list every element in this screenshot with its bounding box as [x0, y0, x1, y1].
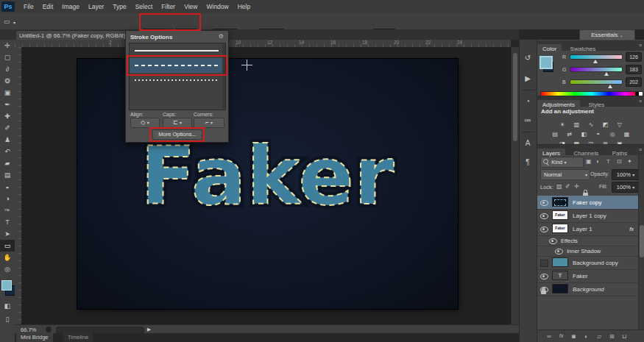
filter-pixel-layers-icon[interactable]: ▣: [586, 159, 592, 165]
history-panel-icon[interactable]: ↺: [520, 51, 536, 65]
lock-transparency-icon[interactable]: ▨: [556, 184, 562, 190]
visibility-eye-icon[interactable]: [540, 213, 548, 219]
layers-scrollbar-thumb[interactable]: [640, 225, 644, 257]
visibility-eye-icon[interactable]: [549, 238, 557, 244]
eyedropper-tool[interactable]: ✒: [0, 99, 15, 110]
layer-row-layer1-copy[interactable]: Faker Layer 1 copy: [537, 209, 638, 223]
new-layer-icon[interactable]: ⊞: [609, 334, 615, 340]
visibility-eye-icon[interactable]: [540, 227, 548, 232]
panel-menu-icon[interactable]: ≡: [639, 147, 642, 152]
corners-dropdown[interactable]: ⌐ ▾: [194, 118, 224, 128]
layer-row-background-copy[interactable]: Background copy: [537, 256, 638, 270]
blend-mode-dropdown[interactable]: Normal ▾: [540, 169, 590, 180]
shape-tool[interactable]: ▭: [0, 240, 15, 252]
menu-layer[interactable]: Layer: [84, 0, 108, 13]
channel-g-thumb[interactable]: [604, 72, 609, 76]
new-adjustment-layer-icon[interactable]: ◐: [584, 334, 588, 340]
layer-row-faker-text[interactable]: T Faker: [537, 269, 638, 283]
channel-b-thumb[interactable]: [608, 85, 612, 88]
tool-preset-icon[interactable]: ▭: [4, 18, 10, 25]
channel-r-slider[interactable]: [570, 54, 623, 60]
lasso-tool[interactable]: ∂: [0, 63, 15, 75]
filter-smart-objects-icon[interactable]: ✦: [627, 159, 632, 165]
tab-swatches[interactable]: Swatches: [565, 44, 601, 54]
brush-tool[interactable]: ✐: [0, 122, 15, 134]
type-layer-thumbnail[interactable]: T: [552, 271, 568, 280]
character-panel-icon[interactable]: A: [520, 137, 536, 150]
zoom-tool[interactable]: ◎: [0, 263, 15, 275]
layers-scrollbar[interactable]: [638, 154, 644, 329]
stroke-style-dashed-selected[interactable]: [130, 58, 224, 73]
menu-type[interactable]: Type: [108, 0, 130, 13]
channel-r-thumb[interactable]: [593, 60, 598, 63]
layer-row-layer1[interactable]: Faker Layer 1 fx: [537, 222, 638, 236]
lock-pixels-icon[interactable]: ✐: [565, 184, 570, 190]
menu-window[interactable]: Window: [202, 0, 233, 13]
layer-thumbnail[interactable]: [552, 284, 568, 293]
pen-tool[interactable]: ✑: [0, 204, 15, 216]
tool-preset-caret-icon[interactable]: ▾: [13, 21, 15, 25]
clone-stamp-tool[interactable]: ♟: [0, 134, 15, 146]
gradient-tool[interactable]: ▤: [0, 169, 15, 181]
healing-brush-tool[interactable]: ✚: [0, 110, 15, 122]
tab-color[interactable]: Color: [537, 44, 562, 54]
history-brush-tool[interactable]: ↶: [0, 146, 15, 157]
channel-r-value[interactable]: 126: [626, 52, 642, 62]
menu-filter[interactable]: Filter: [157, 0, 180, 13]
timeline-panel-icon[interactable]: ◔: [520, 95, 536, 108]
layer-thumbnail[interactable]: [552, 197, 568, 207]
paragraph-panel-icon[interactable]: ¶: [520, 156, 536, 169]
document-tab[interactable]: Untitled-1 @ 66.7% (Faker copy, RGB/8) ×: [15, 30, 136, 40]
tab-timeline[interactable]: Timeline: [63, 333, 93, 342]
canvas-vertical-scrollbar[interactable]: [511, 47, 519, 324]
zoom-level[interactable]: 66.7%: [21, 327, 36, 333]
menu-edit[interactable]: Edit: [38, 0, 58, 13]
more-options-button[interactable]: More Options...: [152, 129, 202, 140]
eraser-tool[interactable]: ▰: [0, 157, 15, 169]
hand-tool[interactable]: ✋: [0, 252, 15, 263]
caps-dropdown[interactable]: ⊏ ▾: [163, 118, 192, 128]
delete-layer-icon[interactable]: ⊔: [622, 334, 626, 340]
visibility-eye-empty[interactable]: [540, 260, 548, 267]
dodge-tool[interactable]: ◑: [0, 193, 15, 204]
menu-select[interactable]: Select: [131, 0, 158, 13]
filter-adjustment-layers-icon[interactable]: ◐: [596, 159, 600, 165]
marquee-tool[interactable]: ▢: [0, 51, 15, 63]
blur-tool[interactable]: ◒: [0, 181, 15, 193]
foreground-color-swatch[interactable]: [1, 280, 12, 291]
menu-help[interactable]: Help: [233, 0, 255, 13]
actions-panel-icon[interactable]: ▶: [520, 72, 536, 85]
new-group-icon[interactable]: ▱: [597, 334, 601, 340]
channel-b-value[interactable]: 202: [626, 77, 642, 87]
layer-thumbnail[interactable]: Faker: [552, 224, 568, 233]
fill-input[interactable]: 100% ▾: [612, 182, 640, 193]
channel-g-slider[interactable]: [570, 67, 623, 72]
visibility-eye-icon[interactable]: [555, 249, 563, 254]
crop-tool[interactable]: ▣: [0, 87, 15, 99]
screen-mode-icon[interactable]: ▯: [0, 313, 15, 325]
panel-menu-icon[interactable]: ≡: [639, 99, 642, 104]
stroke-style-dotted[interactable]: [130, 73, 224, 88]
popup-gear-icon[interactable]: ⚙: [219, 34, 224, 40]
layer-row-faker-copy[interactable]: Faker copy: [537, 196, 638, 210]
status-arrow-icon[interactable]: ▶: [147, 327, 151, 332]
layer-style-fx-icon[interactable]: fx: [559, 333, 563, 338]
filter-type-layers-icon[interactable]: T: [606, 159, 610, 165]
path-selection-tool[interactable]: ➤: [0, 228, 15, 240]
menu-image[interactable]: Image: [57, 0, 84, 13]
layer-row-effects[interactable]: Effects: [537, 235, 638, 246]
color-fg-swatch[interactable]: [539, 56, 553, 69]
channel-b-slider[interactable]: [570, 79, 623, 85]
panel-menu-icon[interactable]: ≡: [639, 43, 642, 48]
filter-shape-layers-icon[interactable]: ⊡: [617, 159, 622, 165]
style-list-scrollbar[interactable]: [222, 43, 225, 108]
lock-position-icon[interactable]: ✛: [574, 184, 579, 190]
layer-row-background[interactable]: Background: [537, 282, 638, 296]
workspace-switcher[interactable]: Essentials ⌄: [579, 29, 635, 40]
properties-panel-icon[interactable]: ≔: [520, 114, 536, 127]
layer-filter-kind-dropdown[interactable]: Kind ▾: [540, 157, 584, 168]
visibility-eye-icon[interactable]: [540, 274, 548, 279]
tab-paths[interactable]: Paths: [607, 149, 632, 159]
type-tool[interactable]: T: [0, 216, 15, 228]
layer-effects-fx-icon[interactable]: fx: [629, 226, 634, 232]
